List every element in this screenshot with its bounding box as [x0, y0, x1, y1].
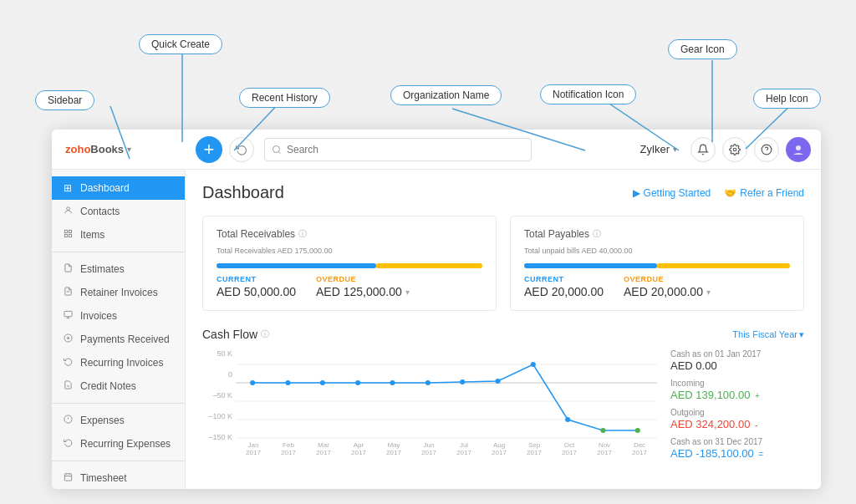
payables-card: Total Payables ⓘ Total unpaid bills AED …: [510, 216, 804, 311]
dashboard-icon: ⊞: [62, 182, 74, 194]
items-icon: [62, 229, 74, 241]
payables-overdue-block: OVERDUE AED 20,000.00 ▾: [624, 275, 711, 298]
outgoing-sign: -: [755, 420, 757, 430]
svg-rect-18: [64, 311, 71, 316]
org-name-selector[interactable]: Zylker ▾: [634, 140, 684, 159]
org-chevron-icon: ▾: [673, 145, 677, 154]
avatar-image: [791, 142, 806, 157]
fiscal-year-selector[interactable]: This Fiscal Year ▾: [732, 329, 804, 340]
topbar-right: Zylker ▾: [634, 137, 811, 162]
cashflow-section: Cash Flow ⓘ This Fiscal Year ▾ 50 K: [202, 328, 804, 466]
chart-months: Jan2017 Feb2017 Mar2017 Apr2017 May2017 …: [236, 441, 657, 458]
sidebar: ⊞ Dashboard Contacts Items: [52, 170, 186, 489]
sidebar-divider-2: [52, 403, 185, 404]
estimates-icon: [62, 263, 74, 275]
refer-friend-link[interactable]: 🤝 Refer a Friend: [724, 187, 804, 199]
svg-point-12: [66, 207, 69, 211]
svg-point-38: [250, 380, 255, 385]
payables-arrow-icon: ▾: [706, 288, 711, 297]
incoming-value: AED 139,100.00 +: [670, 389, 804, 401]
cashflow-area: 50 K 0 –50 K –100 K –150 K: [202, 349, 804, 466]
avatar-button[interactable]: [786, 137, 811, 162]
svg-point-44: [460, 379, 465, 384]
overdue-arrow-icon: ▾: [405, 288, 410, 297]
payments-icon: [62, 333, 74, 345]
cash-start-label: Cash as on 01 Jan 2017: [670, 349, 804, 359]
payables-current-label: CURRENT: [524, 275, 604, 283]
sidebar-item-recurring-exp[interactable]: Recurring Expenses: [52, 432, 185, 456]
topbar: zoho Books ▾ + Zylker ▾: [52, 130, 821, 170]
svg-point-47: [565, 417, 570, 422]
sidebar-item-expenses[interactable]: Expenses: [52, 409, 185, 432]
getting-started-link[interactable]: ▶ Getting Started: [633, 187, 711, 199]
annotation-recent-history: Recent History: [239, 88, 330, 108]
payables-current-value: AED 20,000.00: [524, 285, 604, 298]
svg-point-45: [495, 379, 500, 384]
gear-icon: [729, 144, 741, 155]
payables-overdue-value: AED 20,000.00 ▾: [624, 285, 711, 298]
outgoing-value: AED 324,200.00 -: [670, 418, 804, 430]
receivables-bar-overdue: [376, 263, 482, 268]
payables-subtitle: Total unpaid bills AED 40,000.00: [524, 247, 790, 255]
payables-amounts: CURRENT AED 20,000.00 OVERDUE AED 20,000…: [524, 275, 790, 298]
cash-end-label: Cash as on 31 Dec 2017: [670, 437, 804, 446]
sidebar-item-timesheet[interactable]: Timesheet: [52, 466, 185, 489]
main-area: ⊞ Dashboard Contacts Items: [52, 170, 821, 489]
svg-point-48: [600, 428, 605, 433]
svg-point-41: [355, 380, 360, 385]
sidebar-item-recurring-inv[interactable]: Recurring Invoices: [52, 351, 185, 374]
sidebar-item-dashboard[interactable]: ⊞ Dashboard: [52, 176, 185, 200]
chart-svg: [236, 349, 657, 441]
receivables-overdue-block: OVERDUE AED 125,000.00 ▾: [316, 275, 410, 298]
receivables-overdue-value: AED 125,000.00 ▾: [316, 285, 410, 298]
chart-grid: [236, 349, 657, 441]
logo-area: zoho Books ▾: [62, 143, 196, 155]
annotation-quick-create: Quick Create: [139, 34, 222, 54]
sidebar-item-retainer[interactable]: Retainer Invoices: [52, 281, 185, 304]
play-icon: ▶: [633, 187, 640, 199]
receivables-card: Total Receivables ⓘ Total Receivables AE…: [202, 216, 497, 311]
month-apr: Apr2017: [341, 441, 376, 458]
sidebar-label-estimates: Estimates: [80, 263, 125, 275]
recurring-inv-icon: [62, 357, 74, 369]
sidebar-item-payments[interactable]: Payments Received: [52, 328, 185, 351]
logo-books: Books: [90, 143, 124, 155]
recent-history-button[interactable]: [229, 137, 254, 162]
timesheet-icon: [62, 472, 74, 484]
y-label-neg50k: –50 K: [202, 391, 232, 400]
search-input[interactable]: [264, 138, 532, 161]
payables-bar-overdue: [657, 263, 790, 268]
sidebar-item-items[interactable]: Items: [52, 223, 185, 247]
org-name-text: Zylker: [640, 143, 670, 155]
month-mar: Mar2017: [306, 441, 341, 458]
logo-zoho: zoho: [65, 143, 90, 155]
gear-button[interactable]: [722, 137, 747, 162]
sidebar-label-retainer: Retainer Invoices: [80, 287, 158, 298]
notification-button[interactable]: [690, 137, 716, 162]
sidebar-label-payments: Payments Received: [80, 333, 170, 345]
sidebar-item-estimates[interactable]: Estimates: [52, 257, 185, 281]
payables-current-block: CURRENT AED 20,000.00: [524, 275, 604, 298]
payables-progress: [524, 263, 790, 268]
receivables-current-block: CURRENT AED 50,000.00: [217, 275, 296, 298]
cashflow-title: Cash Flow ⓘ: [202, 328, 269, 341]
outgoing-label: Outgoing: [670, 408, 804, 417]
expenses-icon: [62, 415, 74, 426]
receivables-bar-current: [217, 263, 376, 268]
sidebar-item-invoices[interactable]: Invoices: [52, 304, 185, 328]
receivables-progress: [217, 263, 482, 268]
help-icon: [761, 144, 772, 155]
help-button[interactable]: [754, 137, 779, 162]
quick-create-button[interactable]: +: [196, 136, 222, 163]
credit-icon: [62, 380, 74, 392]
sidebar-item-contacts[interactable]: Contacts: [52, 200, 185, 223]
chart-y-labels: 50 K 0 –50 K –100 K –150 K: [202, 349, 232, 441]
month-jul: Jul2017: [446, 441, 482, 458]
sidebar-divider-1: [52, 252, 185, 252]
recurring-exp-icon: [62, 438, 74, 450]
sidebar-item-credit[interactable]: Credit Notes: [52, 374, 185, 398]
sidebar-divider-3: [52, 461, 185, 461]
incoming-item: Incoming AED 139,100.00 +: [670, 379, 804, 401]
month-jan: Jan2017: [236, 441, 271, 458]
header-links: ▶ Getting Started 🤝 Refer a Friend: [633, 187, 804, 199]
